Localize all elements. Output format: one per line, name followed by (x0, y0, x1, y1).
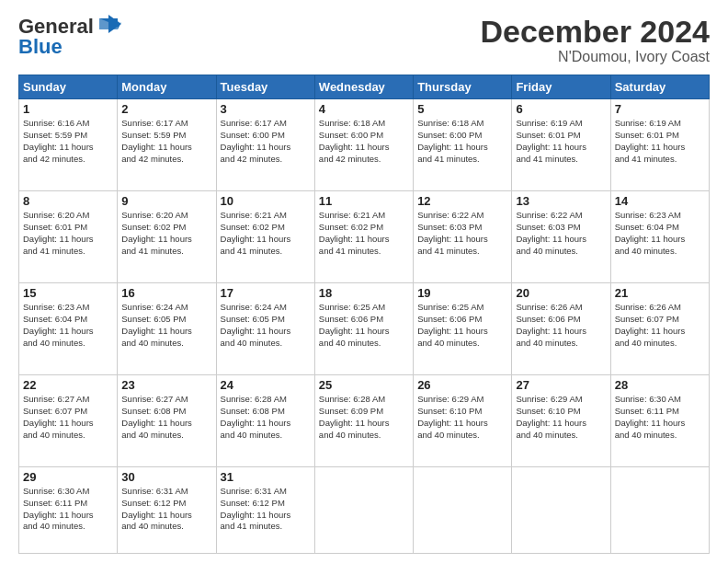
cell-info: Sunrise: 6:16 AMSunset: 5:59 PMDaylight:… (23, 118, 94, 163)
calendar-header-sunday: Sunday (19, 75, 118, 99)
cell-info: Sunrise: 6:22 AMSunset: 6:03 PMDaylight:… (516, 210, 586, 255)
cell-info: Sunrise: 6:26 AMSunset: 6:06 PMDaylight:… (516, 302, 586, 347)
day-number: 21 (615, 286, 705, 300)
calendar-header-friday: Friday (512, 75, 610, 99)
day-number: 16 (121, 286, 211, 300)
calendar-header-tuesday: Tuesday (216, 75, 314, 99)
calendar-cell: 12 Sunrise: 6:22 AMSunset: 6:03 PMDaylig… (414, 191, 512, 283)
day-number: 15 (23, 286, 113, 300)
day-number: 6 (516, 102, 606, 116)
day-number: 14 (615, 194, 705, 208)
calendar-table: SundayMondayTuesdayWednesdayThursdayFrid… (18, 75, 710, 554)
day-number: 23 (121, 378, 211, 392)
cell-info: Sunrise: 6:24 AMSunset: 6:05 PMDaylight:… (221, 302, 291, 347)
day-number: 26 (417, 378, 507, 392)
cell-info: Sunrise: 6:31 AMSunset: 6:12 PMDaylight:… (221, 486, 291, 531)
calendar-cell: 15 Sunrise: 6:23 AMSunset: 6:04 PMDaylig… (19, 283, 118, 375)
cell-info: Sunrise: 6:27 AMSunset: 6:08 PMDaylight:… (121, 394, 192, 439)
title-block: December 2024 N'Doumou, Ivory Coast (480, 15, 710, 65)
calendar-week-row: 29 Sunrise: 6:30 AMSunset: 6:11 PMDaylig… (19, 467, 710, 554)
cell-info: Sunrise: 6:17 AMSunset: 6:00 PMDaylight:… (221, 118, 291, 163)
day-number: 19 (417, 286, 507, 300)
svg-marker-2 (108, 15, 121, 33)
day-number: 18 (319, 286, 409, 300)
calendar-cell (610, 467, 709, 554)
calendar-week-row: 8 Sunrise: 6:20 AMSunset: 6:01 PMDayligh… (19, 191, 710, 283)
cell-info: Sunrise: 6:24 AMSunset: 6:05 PMDaylight:… (121, 302, 192, 347)
calendar-header-thursday: Thursday (414, 75, 512, 99)
calendar-cell: 10 Sunrise: 6:21 AMSunset: 6:02 PMDaylig… (216, 191, 314, 283)
day-number: 7 (615, 102, 705, 116)
day-number: 24 (221, 378, 311, 392)
calendar-cell: 1 Sunrise: 6:16 AMSunset: 5:59 PMDayligh… (19, 99, 118, 191)
cell-info: Sunrise: 6:17 AMSunset: 5:59 PMDaylight:… (121, 118, 192, 163)
day-number: 10 (221, 194, 311, 208)
day-number: 2 (121, 102, 211, 116)
calendar-header-row: SundayMondayTuesdayWednesdayThursdayFrid… (19, 75, 710, 99)
cell-info: Sunrise: 6:30 AMSunset: 6:11 PMDaylight:… (615, 394, 686, 439)
cell-info: Sunrise: 6:30 AMSunset: 6:11 PMDaylight:… (23, 486, 94, 531)
logo-blue: Blue (18, 35, 63, 59)
cell-info: Sunrise: 6:28 AMSunset: 6:09 PMDaylight:… (319, 394, 390, 439)
page-title: December 2024 (480, 15, 710, 49)
cell-info: Sunrise: 6:29 AMSunset: 6:10 PMDaylight:… (417, 394, 488, 439)
day-number: 5 (417, 102, 507, 116)
calendar-cell: 22 Sunrise: 6:27 AMSunset: 6:07 PMDaylig… (19, 375, 118, 467)
day-number: 12 (417, 194, 507, 208)
cell-info: Sunrise: 6:28 AMSunset: 6:08 PMDaylight:… (221, 394, 291, 439)
day-number: 13 (516, 194, 606, 208)
day-number: 22 (23, 378, 113, 392)
calendar-week-row: 1 Sunrise: 6:16 AMSunset: 5:59 PMDayligh… (19, 99, 710, 191)
calendar-cell: 26 Sunrise: 6:29 AMSunset: 6:10 PMDaylig… (414, 375, 512, 467)
calendar-cell: 20 Sunrise: 6:26 AMSunset: 6:06 PMDaylig… (512, 283, 610, 375)
calendar-cell: 5 Sunrise: 6:18 AMSunset: 6:00 PMDayligh… (414, 99, 512, 191)
cell-info: Sunrise: 6:21 AMSunset: 6:02 PMDaylight:… (221, 210, 291, 255)
calendar-cell (414, 467, 512, 554)
calendar-week-row: 15 Sunrise: 6:23 AMSunset: 6:04 PMDaylig… (19, 283, 710, 375)
calendar-cell: 31 Sunrise: 6:31 AMSunset: 6:12 PMDaylig… (216, 467, 314, 554)
calendar-cell: 6 Sunrise: 6:19 AMSunset: 6:01 PMDayligh… (512, 99, 610, 191)
calendar-cell: 2 Sunrise: 6:17 AMSunset: 5:59 PMDayligh… (118, 99, 216, 191)
header: General Blue December 2024 N'Doumou, Ivo… (18, 15, 710, 65)
page-subtitle: N'Doumou, Ivory Coast (480, 49, 710, 65)
cell-info: Sunrise: 6:18 AMSunset: 6:00 PMDaylight:… (319, 118, 390, 163)
calendar-week-row: 22 Sunrise: 6:27 AMSunset: 6:07 PMDaylig… (19, 375, 710, 467)
day-number: 11 (319, 194, 409, 208)
cell-info: Sunrise: 6:31 AMSunset: 6:12 PMDaylight:… (121, 486, 192, 531)
cell-info: Sunrise: 6:29 AMSunset: 6:10 PMDaylight:… (516, 394, 586, 439)
day-number: 17 (221, 286, 311, 300)
calendar-cell: 9 Sunrise: 6:20 AMSunset: 6:02 PMDayligh… (118, 191, 216, 283)
day-number: 30 (121, 470, 211, 484)
calendar-cell (314, 467, 413, 554)
cell-info: Sunrise: 6:18 AMSunset: 6:00 PMDaylight:… (417, 118, 488, 163)
calendar-cell: 13 Sunrise: 6:22 AMSunset: 6:03 PMDaylig… (512, 191, 610, 283)
day-number: 25 (319, 378, 409, 392)
calendar-cell: 19 Sunrise: 6:25 AMSunset: 6:06 PMDaylig… (414, 283, 512, 375)
cell-info: Sunrise: 6:23 AMSunset: 6:04 PMDaylight:… (615, 210, 686, 255)
calendar-cell: 3 Sunrise: 6:17 AMSunset: 6:00 PMDayligh… (216, 99, 314, 191)
day-number: 20 (516, 286, 606, 300)
calendar-cell: 4 Sunrise: 6:18 AMSunset: 6:00 PMDayligh… (314, 99, 413, 191)
calendar-cell: 23 Sunrise: 6:27 AMSunset: 6:08 PMDaylig… (118, 375, 216, 467)
day-number: 1 (23, 102, 113, 116)
day-number: 29 (23, 470, 113, 484)
calendar-cell: 24 Sunrise: 6:28 AMSunset: 6:08 PMDaylig… (216, 375, 314, 467)
cell-info: Sunrise: 6:27 AMSunset: 6:07 PMDaylight:… (23, 394, 94, 439)
day-number: 9 (121, 194, 211, 208)
calendar-cell: 7 Sunrise: 6:19 AMSunset: 6:01 PMDayligh… (610, 99, 709, 191)
cell-info: Sunrise: 6:25 AMSunset: 6:06 PMDaylight:… (417, 302, 488, 347)
cell-info: Sunrise: 6:19 AMSunset: 6:01 PMDaylight:… (615, 118, 686, 163)
logo-arrow-icon (96, 15, 121, 35)
calendar-header-saturday: Saturday (610, 75, 709, 99)
calendar-cell: 25 Sunrise: 6:28 AMSunset: 6:09 PMDaylig… (314, 375, 413, 467)
logo: General Blue (18, 15, 121, 59)
calendar-cell: 11 Sunrise: 6:21 AMSunset: 6:02 PMDaylig… (314, 191, 413, 283)
calendar-header-monday: Monday (118, 75, 216, 99)
day-number: 8 (23, 194, 113, 208)
cell-info: Sunrise: 6:20 AMSunset: 6:02 PMDaylight:… (121, 210, 192, 255)
calendar-header-wednesday: Wednesday (314, 75, 413, 99)
calendar-cell: 27 Sunrise: 6:29 AMSunset: 6:10 PMDaylig… (512, 375, 610, 467)
calendar-cell: 21 Sunrise: 6:26 AMSunset: 6:07 PMDaylig… (610, 283, 709, 375)
calendar-cell: 16 Sunrise: 6:24 AMSunset: 6:05 PMDaylig… (118, 283, 216, 375)
cell-info: Sunrise: 6:22 AMSunset: 6:03 PMDaylight:… (417, 210, 488, 255)
